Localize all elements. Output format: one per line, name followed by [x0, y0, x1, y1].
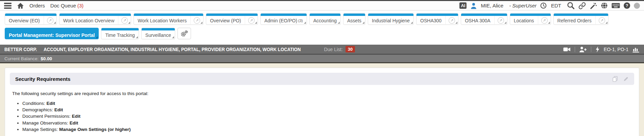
- tab-drag-corner: [504, 22, 506, 24]
- nav-doc-queue-link[interactable]: Doc Queue(3): [50, 3, 84, 8]
- tab-drag-corner: [255, 22, 257, 24]
- chart-context-bar: BETTER CORP. ACCOUNT, EMPLOYER ORGANIZAT…: [0, 45, 644, 54]
- security-requirements-panel: Security Requirements The following secu…: [5, 68, 639, 136]
- globe-icon[interactable]: [601, 2, 608, 9]
- tab-drag-corner: [54, 22, 56, 24]
- balance-value: $0.00: [41, 56, 52, 61]
- tab-strip: Overview (EO) ↗ Work Location Overview ↗…: [0, 10, 644, 45]
- top-navbar: Orders Doc Queue(3) AI MIE, Alice - Supe…: [0, 1, 644, 10]
- doc-queue-count: (3): [77, 3, 84, 8]
- tab-osha300[interactable]: OSHA300 ↗: [416, 13, 458, 25]
- requirement-item: Manage Settings:Manage Own Settings (or …: [22, 127, 633, 132]
- tab-drag-corner: [136, 36, 138, 38]
- user-icon[interactable]: [470, 2, 477, 9]
- tab-drag-corner: [605, 22, 607, 24]
- requirement-item: Manage Observations:Edit: [22, 120, 633, 126]
- quick-nav-label[interactable]: EO-1, PO-1: [604, 47, 628, 52]
- tab-portal-management-supervisor-portal[interactable]: Portal Management: Supervisor Portal: [5, 28, 99, 39]
- tab-overview-eo[interactable]: Overview (EO) ↗: [5, 13, 57, 25]
- user-name[interactable]: MIE, Alice: [481, 3, 503, 8]
- tab-time-tracking[interactable]: Time Tracking: [101, 28, 139, 39]
- security-intro-text: The following security settings are requ…: [12, 91, 633, 96]
- tab-drag-corner: [200, 22, 202, 24]
- magic-wand-icon[interactable]: [590, 2, 597, 9]
- edit-pencil-icon[interactable]: [623, 76, 629, 82]
- tab-surveillance[interactable]: Surveillance: [141, 28, 175, 39]
- requirement-item: Conditions:Edit: [22, 101, 633, 106]
- tab-settings-gears-button[interactable]: [177, 28, 191, 39]
- user-role: - SuperUser: [509, 3, 536, 8]
- lightning-icon[interactable]: [595, 46, 600, 52]
- balance-bar: Current Balance: $0.00: [0, 54, 644, 63]
- panel-header: Security Requirements: [10, 73, 634, 85]
- tab-accounting[interactable]: Accounting: [309, 13, 341, 25]
- tab-work-location-overview[interactable]: Work Location Overview ↗: [59, 13, 131, 25]
- tab-industrial-hygiene[interactable]: Industrial Hygiene: [368, 13, 414, 25]
- tab-osha300a[interactable]: OSHA 300A ↗: [461, 13, 507, 25]
- panel-body: The following security settings are requ…: [10, 85, 634, 132]
- status-indicator-circle[interactable]: [634, 3, 640, 9]
- admin-tab-count: (3): [298, 19, 303, 23]
- copy-document-icon[interactable]: [612, 76, 618, 82]
- tab-drag-corner: [362, 22, 364, 24]
- link-icon[interactable]: [578, 2, 586, 9]
- nav-orders-link[interactable]: Orders: [29, 3, 45, 8]
- tab-locations[interactable]: Locations ↗: [510, 13, 551, 25]
- requirement-item: Document Permissions:Edit: [22, 114, 633, 119]
- tab-drag-corner: [411, 22, 413, 24]
- due-list-label: Due List:: [324, 47, 343, 52]
- tab-drag-corner: [172, 36, 174, 38]
- tab-work-location-workers[interactable]: Work Location Workers ↗: [134, 13, 204, 25]
- video-camera-icon[interactable]: [563, 47, 571, 52]
- requirement-item: Demographics:Edit: [22, 107, 633, 113]
- home-icon[interactable]: [17, 2, 24, 9]
- tab-referred-orders[interactable]: Referred Orders ↗: [553, 13, 609, 25]
- tab-drag-corner: [96, 36, 98, 38]
- due-list-count-badge[interactable]: 30: [345, 46, 355, 52]
- tab-overview-po[interactable]: Overview (PO) ↗: [206, 13, 258, 25]
- clock-icon[interactable]: [540, 2, 547, 9]
- timezone-label: EDT: [551, 3, 561, 8]
- tab-admin-eo-po[interactable]: Admin (EO/PO)(3): [260, 13, 307, 25]
- gears-icon: [180, 30, 188, 37]
- tab-drag-corner: [455, 22, 457, 24]
- add-user-icon[interactable]: [579, 46, 587, 52]
- tab-drag-corner: [304, 22, 306, 24]
- tab-assets[interactable]: Assets: [343, 13, 365, 25]
- company-name[interactable]: BETTER CORP.: [4, 47, 37, 52]
- page-content: Security Requirements The following secu…: [0, 63, 644, 136]
- tab-drag-corner: [128, 22, 130, 24]
- divider: [575, 47, 575, 52]
- help-icon[interactable]: ?: [624, 2, 630, 9]
- due-list[interactable]: Due List: 30: [324, 46, 355, 52]
- keyboard-icon[interactable]: [612, 3, 620, 8]
- tab-drag-corner: [338, 22, 340, 24]
- divider: [591, 47, 591, 52]
- security-requirements-list: Conditions:Edit Demographics:Edit Docume…: [12, 101, 633, 132]
- search-icon[interactable]: [567, 2, 575, 9]
- balance-label: Current Balance:: [4, 56, 39, 61]
- hamburger-menu-icon[interactable]: [4, 3, 11, 9]
- tab-row-1: Overview (EO) ↗ Work Location Overview ↗…: [5, 13, 639, 25]
- ai-badge[interactable]: AI: [459, 2, 467, 9]
- tab-row-2: Portal Management: Supervisor Portal Tim…: [5, 28, 639, 39]
- panel-title: Security Requirements: [15, 76, 70, 82]
- bar-chart-icon[interactable]: [633, 46, 640, 52]
- context-scope-list: ACCOUNT, EMPLOYER ORGANIZATION, INDUSTRI…: [44, 47, 301, 52]
- tab-drag-corner: [548, 22, 550, 24]
